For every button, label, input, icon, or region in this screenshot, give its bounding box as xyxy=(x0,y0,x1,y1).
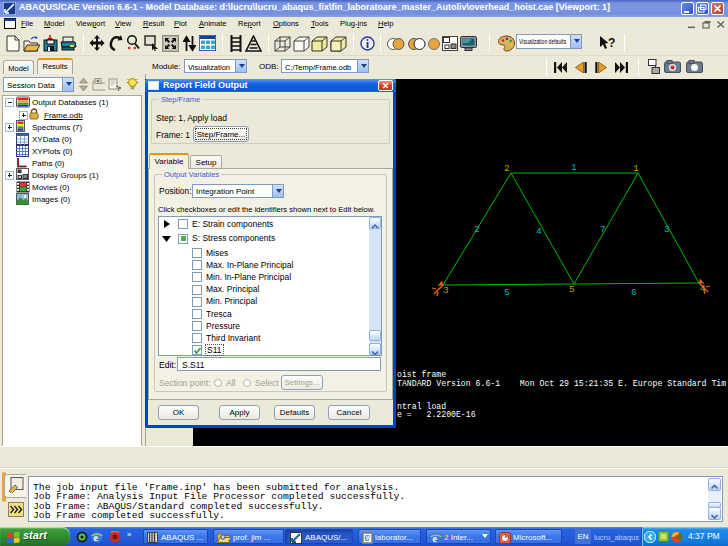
svg-text:?: ? xyxy=(608,36,615,50)
svg-text:4: 4 xyxy=(536,226,542,237)
svg-text:4: 4 xyxy=(700,283,706,294)
svg-text:6: 6 xyxy=(631,287,637,298)
svg-text:e: e xyxy=(94,532,99,543)
svg-text:w: w xyxy=(365,534,372,541)
svg-text:5: 5 xyxy=(504,287,510,298)
svg-text:1: 1 xyxy=(571,162,577,173)
svg-text:2: 2 xyxy=(504,163,510,174)
svg-text:1: 1 xyxy=(633,163,639,174)
svg-text:3: 3 xyxy=(443,285,449,296)
svg-text:7: 7 xyxy=(600,224,606,235)
svg-text:2: 2 xyxy=(474,224,480,235)
svg-text:3: 3 xyxy=(664,224,670,235)
svg-text:5: 5 xyxy=(569,284,575,295)
svg-text:e: e xyxy=(433,532,438,543)
